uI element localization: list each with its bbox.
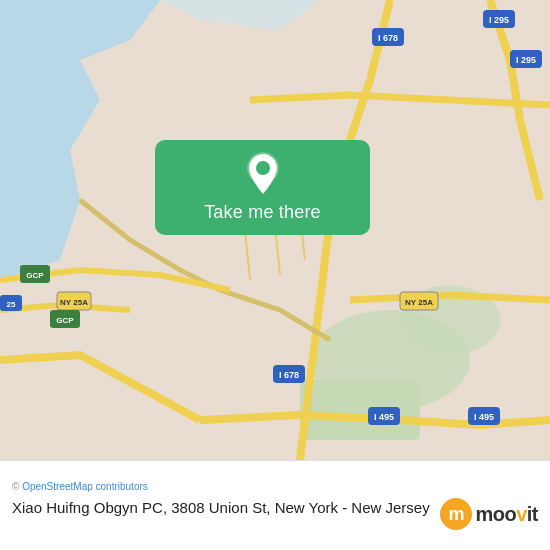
button-label: Take me there: [204, 202, 321, 223]
svg-text:25: 25: [7, 300, 16, 309]
svg-text:I 495: I 495: [374, 412, 394, 422]
moovit-brand-text: moovit: [475, 503, 538, 526]
copyright-symbol: ©: [12, 481, 22, 492]
svg-text:GCP: GCP: [26, 271, 44, 280]
take-me-there-button[interactable]: Take me there: [155, 140, 370, 235]
location-text: Xiao Huifng Obgyn PC, 3808 Union St, New…: [12, 498, 430, 518]
map-container: I 678 I 295 I 295 NY 25A GCP GCP NY 25A …: [0, 0, 550, 460]
location-row: Xiao Huifng Obgyn PC, 3808 Union St, New…: [12, 498, 538, 530]
svg-text:NY 25A: NY 25A: [60, 298, 88, 307]
svg-text:I 678: I 678: [378, 33, 398, 43]
svg-text:I 495: I 495: [474, 412, 494, 422]
location-pin-icon: [245, 152, 281, 196]
svg-text:GCP: GCP: [56, 316, 74, 325]
svg-text:I 678: I 678: [279, 370, 299, 380]
moovit-logo: m moovit: [440, 498, 538, 530]
svg-text:NY 25A: NY 25A: [405, 298, 433, 307]
svg-text:I 295: I 295: [516, 55, 536, 65]
osm-link[interactable]: OpenStreetMap contributors: [22, 481, 148, 492]
svg-text:I 295: I 295: [489, 15, 509, 25]
moovit-icon: m: [440, 498, 472, 530]
copyright-text: © OpenStreetMap contributors: [12, 481, 538, 492]
svg-rect-6: [300, 380, 420, 440]
svg-point-35: [256, 161, 270, 175]
footer: © OpenStreetMap contributors Xiao Huifng…: [0, 460, 550, 550]
